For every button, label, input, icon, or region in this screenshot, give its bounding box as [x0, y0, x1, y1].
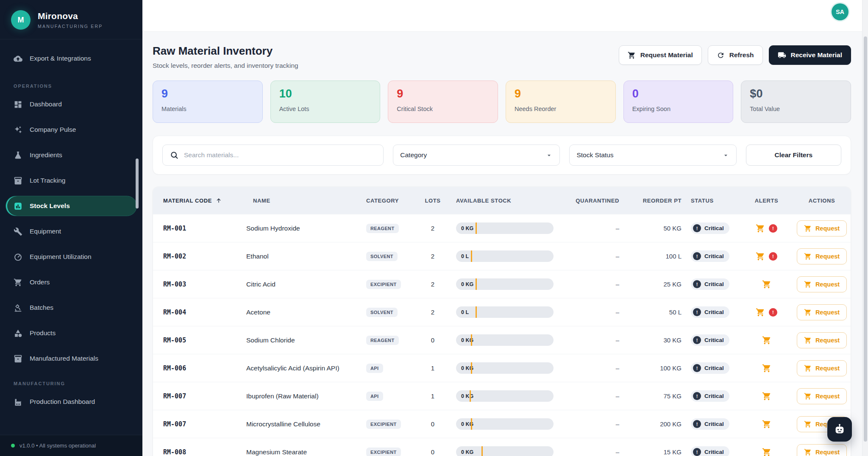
request-button[interactable]: Request	[797, 360, 847, 376]
material-code: RM-007	[153, 392, 246, 400]
column-header-alerts[interactable]: ALERTS	[740, 197, 793, 204]
quarantined-value: –	[564, 364, 628, 372]
alerts-cell	[740, 392, 793, 401]
critical-alert-icon	[769, 224, 777, 233]
column-header-lots[interactable]: LOTS	[414, 197, 452, 204]
exclamation-circle-icon	[693, 336, 701, 344]
material-code: RM-001	[153, 225, 246, 232]
column-header-material-code[interactable]: MATERIAL CODE	[153, 197, 246, 204]
sidebar-item[interactable]: Equipment	[6, 222, 136, 241]
sidebar-item[interactable]: Ingredients	[6, 145, 136, 165]
material-code: RM-008	[153, 448, 246, 456]
search-input[interactable]	[184, 151, 376, 159]
sidebar-item-icon	[14, 54, 22, 63]
actions-cell: Request	[793, 220, 851, 236]
sidebar-item[interactable]: Dashboard	[6, 95, 136, 114]
sidebar-scrollbar-thumb[interactable]	[136, 158, 139, 209]
request-button[interactable]: Request	[797, 248, 847, 264]
stock-bar: 0 KG	[456, 418, 554, 430]
stock-status-select[interactable]: Stock Status	[569, 145, 736, 166]
material-name: Magnesium Stearate	[246, 448, 359, 456]
chevron-down-icon	[722, 152, 729, 159]
request-button[interactable]: Request	[797, 220, 847, 236]
sidebar-item[interactable]: Lot Tracking	[6, 171, 136, 190]
material-name: Sodium Hydroxide	[246, 225, 359, 232]
available-stock-cell: 0 KG	[452, 278, 564, 290]
stat-label: Active Lots	[279, 106, 372, 112]
reorder-threshold-marker	[481, 446, 483, 456]
critical-alert-icon	[769, 252, 777, 261]
sidebar-item-label: Export & Integrations	[30, 55, 91, 62]
status-text: Critical	[704, 225, 724, 231]
status-text: Critical	[704, 393, 724, 399]
receive-material-button[interactable]: Receive Material	[769, 45, 851, 65]
request-button[interactable]: Request	[797, 276, 847, 292]
sidebar-item[interactable]: Production Dashboard	[6, 392, 136, 412]
sidebar-item[interactable]: Export & Integrations	[6, 49, 136, 68]
column-header-category[interactable]: CATEGORY	[359, 197, 414, 204]
request-material-button[interactable]: Request Material	[619, 45, 702, 65]
lots-count: 1	[414, 364, 452, 372]
status-cell: Critical	[685, 250, 740, 262]
refresh-button[interactable]: Refresh	[708, 45, 763, 65]
sidebar-item[interactable]: Products	[6, 323, 136, 343]
request-button[interactable]: Request	[797, 388, 847, 404]
stock-bar: 0 KG	[456, 446, 554, 456]
brand-subtitle: MANUFACTURING ERP	[38, 24, 103, 29]
sidebar-item[interactable]: Manufactured Materials	[6, 349, 136, 368]
cart-icon	[804, 225, 812, 232]
sidebar-item-label: Batches	[30, 304, 53, 311]
sidebar-item[interactable]: Stock Levels	[6, 196, 136, 216]
refresh-label: Refresh	[729, 51, 754, 59]
request-button[interactable]: Request	[797, 444, 847, 456]
stat-value: 9	[397, 87, 489, 100]
sidebar-item[interactable]: Equipment Utilization	[6, 247, 136, 267]
window-scrollbar[interactable]	[862, 0, 868, 456]
assistant-chat-button[interactable]	[827, 417, 852, 442]
avatar[interactable]: SA	[832, 3, 849, 20]
exclamation-circle-icon	[693, 280, 701, 288]
available-stock-cell: 0 KG	[452, 418, 564, 430]
request-button-label: Request	[815, 281, 840, 288]
sidebar-item-icon	[14, 303, 22, 312]
table-row: RM-004 Acetone SOLVENT 2 0 L – 50 L	[153, 298, 851, 326]
request-button[interactable]: Request	[797, 304, 847, 320]
column-header-reorder-pt[interactable]: REORDER PT	[628, 197, 685, 204]
category-cell: REAGENT	[359, 336, 414, 345]
category-select[interactable]: Category	[393, 145, 560, 166]
sidebar-item[interactable]: Company Pulse	[6, 120, 136, 139]
stock-amount: 0 KG	[461, 281, 473, 287]
clear-filters-button[interactable]: Clear Filters	[746, 145, 841, 166]
status-badge: Critical	[691, 306, 729, 318]
reorder-threshold-marker	[476, 306, 477, 318]
request-button[interactable]: Request	[797, 332, 847, 348]
sidebar-item[interactable]: Batches	[6, 298, 136, 317]
reorder-point: 100 KG	[628, 364, 685, 372]
lots-count: 2	[414, 309, 452, 316]
header-actions: Request Material Refresh Receive Materia…	[619, 45, 851, 65]
page-subtitle: Stock levels, reorder alerts, and invent…	[153, 62, 298, 70]
status-text: Critical	[704, 253, 724, 259]
search-box	[162, 145, 384, 166]
sidebar-item-icon	[14, 354, 22, 363]
reorder-threshold-marker	[470, 390, 471, 402]
quarantined-value: –	[564, 420, 628, 428]
column-header-status[interactable]: STATUS	[685, 197, 740, 204]
status-badge: Critical	[691, 222, 729, 234]
sidebar-item-label: Company Pulse	[30, 126, 76, 133]
column-header-available-stock[interactable]: AVAILABLE STOCK	[452, 197, 564, 204]
column-header-actions[interactable]: ACTIONS	[793, 197, 851, 204]
sidebar-item-label: Equipment Utilization	[30, 253, 92, 261]
lots-count: 0	[414, 336, 452, 344]
sidebar-item[interactable]: Orders	[6, 272, 136, 292]
status-cell: Critical	[685, 418, 740, 430]
stock-amount: 0 L	[461, 309, 469, 315]
sidebar-item-label: Stock Levels	[30, 202, 70, 210]
window-scrollbar-thumb[interactable]	[864, 36, 867, 442]
column-header-quarantined[interactable]: QUARANTINED	[564, 197, 628, 204]
stat-label: Expiring Soon	[632, 106, 725, 112]
status-text: Critical	[704, 365, 724, 371]
column-header-name[interactable]: NAME	[246, 197, 359, 204]
stock-amount: 0 KG	[461, 225, 473, 231]
material-name: Microcrystalline Cellulose	[246, 420, 359, 428]
